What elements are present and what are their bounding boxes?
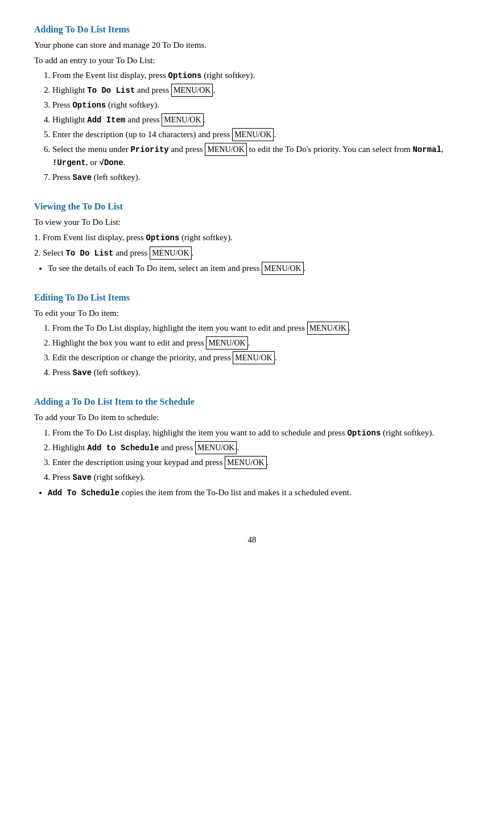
adding-step-1: From the Event list display, press Optio… xyxy=(52,69,470,82)
schedule-step-3: Enter the description using your keypad … xyxy=(52,456,470,469)
section-title-viewing: Viewing the To Do List xyxy=(34,200,470,213)
adding-step-7: Press Save (left softkey). xyxy=(52,171,470,184)
intro-line-2: To add an entry to your To Do List: xyxy=(34,54,470,67)
editing-step-1: From the To Do List display, highlight t… xyxy=(52,322,470,335)
section-adding-items: Adding To Do List Items Your phone can s… xyxy=(34,23,470,184)
adding-step-5: Enter the description (up to 14 characte… xyxy=(52,128,470,141)
viewing-bullet-1: To see the details of each To Do item, s… xyxy=(48,262,470,275)
adding-step-4: Highlight Add Item and press MENU/OK. xyxy=(52,113,470,126)
adding-step-6: Select the menu under Priority and press… xyxy=(52,143,470,169)
schedule-bullets: Add To Schedule copies the item from the… xyxy=(48,486,470,499)
section-adding-schedule: Adding a To Do List Item to the Schedule… xyxy=(34,395,470,499)
viewing-step-2: 2. Select To Do List and press MENU/OK. xyxy=(34,246,470,260)
adding-step-3: Press Options (right softkey). xyxy=(52,98,470,112)
section-title-editing: Editing To Do List Items xyxy=(34,291,470,305)
schedule-step-4: Press Save (right softkey). xyxy=(52,471,470,484)
schedule-bullet-1: Add To Schedule copies the item from the… xyxy=(48,486,470,499)
section-title-schedule: Adding a To Do List Item to the Schedule xyxy=(34,395,470,409)
adding-steps-list: From the Event list display, press Optio… xyxy=(52,69,470,184)
intro-line-1: Your phone can store and manage 20 To Do… xyxy=(34,39,470,52)
viewing-intro: To view your To Do List: xyxy=(34,216,470,229)
viewing-step-1: 1. From Event list display, press Option… xyxy=(34,231,470,244)
schedule-intro: To add your To Do item to schedule: xyxy=(34,411,470,424)
page-number: 48 xyxy=(34,533,470,546)
section-title-adding: Adding To Do List Items xyxy=(34,23,470,36)
editing-steps-list: From the To Do List display, highlight t… xyxy=(52,322,470,379)
schedule-steps-list: From the To Do List display, highlight t… xyxy=(52,426,470,484)
adding-step-2: Highlight To Do List and press MENU/OK. xyxy=(52,84,470,97)
schedule-step-1: From the To Do List display, highlight t… xyxy=(52,426,470,439)
editing-step-2: Highlight the box you want to edit and p… xyxy=(52,336,470,350)
schedule-step-2: Highlight Add to Schedule and press MENU… xyxy=(52,441,470,454)
viewing-bullets: To see the details of each To Do item, s… xyxy=(48,262,470,275)
section-viewing: Viewing the To Do List To view your To D… xyxy=(34,200,470,275)
editing-intro: To edit your To Do item: xyxy=(34,307,470,320)
editing-step-3: Edit the description or change the prior… xyxy=(52,351,470,364)
section-editing: Editing To Do List Items To edit your To… xyxy=(34,291,470,380)
editing-step-4: Press Save (left softkey). xyxy=(52,366,470,379)
